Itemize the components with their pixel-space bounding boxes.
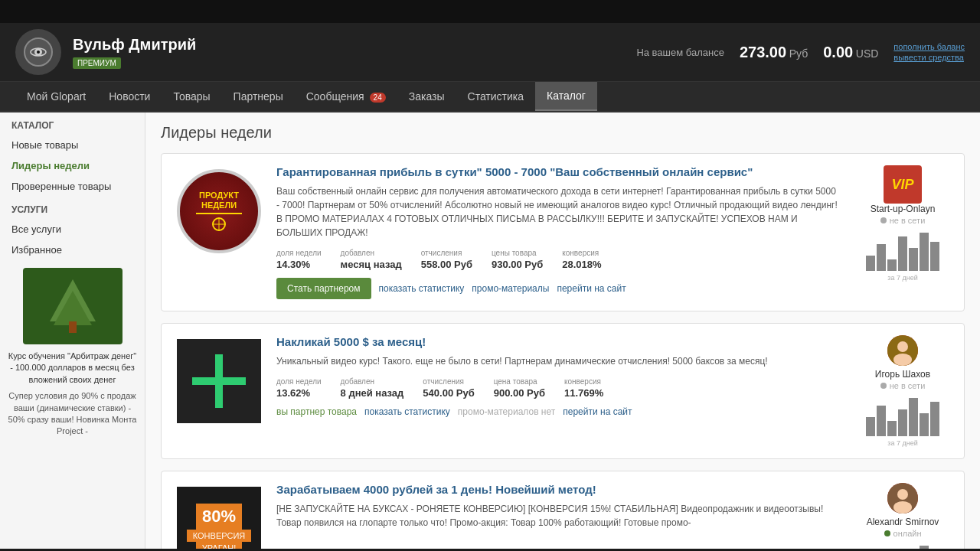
svg-rect-11 bbox=[192, 377, 246, 385]
seller-3-name[interactable]: Alexandr Smirnov bbox=[867, 517, 939, 527]
site-logo bbox=[15, 29, 61, 75]
balance-usd-block: 0.00 USD bbox=[823, 44, 878, 61]
chart-1-label: за 7 дней bbox=[887, 274, 917, 282]
promo-materials-link-2: промо-материалов нет bbox=[458, 406, 555, 417]
seller-3-status: онлайн bbox=[884, 529, 922, 538]
product-3-desc: [НЕ ЗАПУСКАЙТЕ НА БУКСАХ - РОНЯЕТЕ КОНВЕ… bbox=[276, 502, 841, 530]
withdraw-link[interactable]: вывести средства bbox=[893, 53, 965, 62]
product-1-actions: Стать партнером показать статистику пром… bbox=[276, 278, 841, 299]
svg-rect-6 bbox=[69, 321, 77, 333]
nav-item-catalog[interactable]: Каталог bbox=[535, 82, 597, 111]
vip-badge: VIP bbox=[884, 165, 922, 204]
seller-1-name[interactable]: Start-up-Onlayn bbox=[871, 204, 936, 214]
product-3-title[interactable]: Зарабатываем 4000 рублей за 1 день! Нове… bbox=[276, 483, 841, 496]
product-1-title[interactable]: Гарантированная прибыль в сутки" 5000 - … bbox=[276, 165, 841, 178]
main-nav: Мой Glopart Новости Товары Партнеры Сооб… bbox=[0, 82, 980, 112]
become-partner-btn-1[interactable]: Стать партнером bbox=[276, 278, 371, 299]
product-card-2: Накликай 5000 $ за месяц! Уникальный вид… bbox=[161, 323, 965, 459]
services-section-label: УСЛУГИ bbox=[0, 197, 145, 219]
product-1-seller: VIP Start-up-Onlayn не в сети за 7 дней bbox=[853, 165, 952, 299]
sidebar-item-new-products[interactable]: Новые товары bbox=[0, 135, 145, 155]
sidebar-ad-image bbox=[23, 268, 122, 344]
show-stats-link-2[interactable]: показать статистику bbox=[364, 406, 450, 417]
sidebar-item-week-leaders[interactable]: Лидеры недели bbox=[0, 155, 145, 176]
product-card-3: 80% КОНВЕРСИЯ УРАГАН! Зарабатываем 4000 … bbox=[161, 471, 965, 549]
seller-2-status: не в сети bbox=[880, 381, 926, 390]
premium-badge: ПРЕМИУМ bbox=[73, 57, 121, 69]
promo-materials-link-1[interactable]: промо-материалы bbox=[472, 283, 549, 294]
seller-1-status: не в сети bbox=[880, 216, 926, 225]
balance-links: пополнить баланс вывести средства bbox=[893, 42, 965, 62]
product-1-desc: Ваш собственный онлайн сервис для получе… bbox=[276, 184, 841, 240]
catalog-section-label: КАТАЛОГ bbox=[0, 112, 145, 135]
svg-point-14 bbox=[893, 354, 912, 366]
svg-point-17 bbox=[893, 501, 912, 514]
seller-2-avatar bbox=[887, 335, 918, 366]
sidebar-ad: Курс обучения "Арбитраж денег" - 100.000… bbox=[0, 260, 145, 445]
product-3-seller: Alexandr Smirnov онлайн за 7 дней bbox=[853, 483, 952, 549]
chart-2-label: за 7 дней bbox=[887, 439, 917, 447]
nav-item-messages[interactable]: Сообщения 24 bbox=[295, 83, 397, 110]
product-2-actions: вы партнер товара показать статистику пр… bbox=[276, 406, 841, 417]
partner-note-2: вы партнер товара bbox=[276, 406, 357, 417]
sidebar-item-all-services[interactable]: Все услуги bbox=[0, 219, 145, 240]
balance-usd-amount: 0.00 bbox=[823, 44, 853, 60]
goto-site-link-1[interactable]: перейти на сайт bbox=[557, 283, 626, 294]
product-2-chart bbox=[866, 398, 939, 436]
nav-item-news[interactable]: Новости bbox=[97, 83, 162, 110]
sidebar: КАТАЛОГ Новые товары Лидеры недели Прове… bbox=[0, 112, 145, 549]
svg-point-13 bbox=[897, 341, 908, 352]
product-3-body: Зарабатываем 4000 рублей за 1 день! Нове… bbox=[276, 483, 841, 549]
nav-item-products[interactable]: Товары bbox=[162, 83, 221, 110]
seller-2-name[interactable]: Игорь Шахов bbox=[875, 369, 930, 380]
product-2-title[interactable]: Накликай 5000 $ за месяц! bbox=[276, 335, 841, 348]
product-card-1: ПРОДУКТНЕДЕЛИ Гарантированная прибыль в … bbox=[161, 153, 965, 311]
product-1-chart bbox=[866, 233, 939, 271]
product-1-body: Гарантированная прибыль в сутки" 5000 - … bbox=[276, 165, 841, 299]
balance-rub-amount: 273.00 bbox=[740, 44, 786, 60]
balance-usd-currency: USD bbox=[856, 47, 879, 60]
nav-item-orders[interactable]: Заказы bbox=[397, 83, 456, 110]
messages-badge: 24 bbox=[370, 93, 386, 103]
product-2-image bbox=[173, 335, 265, 427]
product-2-desc: Уникальный видео курс! Такого. еще не бы… bbox=[276, 354, 841, 368]
user-info: Вульф Дмитрий ПРЕМИУМ bbox=[73, 36, 636, 69]
main-layout: КАТАЛОГ Новые товары Лидеры недели Прове… bbox=[0, 112, 980, 549]
top-bar bbox=[0, 0, 980, 23]
sidebar-ad-title: Курс обучения "Арбитраж денег" - 100.000… bbox=[8, 350, 137, 386]
goto-site-link-2[interactable]: перейти на сайт bbox=[563, 406, 632, 417]
show-stats-link-1[interactable]: показать статистику bbox=[379, 283, 465, 294]
status-dot-2 bbox=[880, 383, 887, 389]
product-2-body: Накликай 5000 $ за месяц! Уникальный вид… bbox=[276, 335, 841, 447]
svg-point-3 bbox=[37, 51, 40, 54]
product-3-chart bbox=[866, 546, 939, 549]
sidebar-item-verified[interactable]: Проверенные товары bbox=[0, 176, 145, 197]
add-funds-link[interactable]: пополнить баланс bbox=[893, 42, 965, 51]
nav-item-stats[interactable]: Статистика bbox=[456, 83, 536, 110]
sidebar-item-favorites[interactable]: Избранное bbox=[0, 240, 145, 260]
product-1-image: ПРОДУКТНЕДЕЛИ bbox=[173, 165, 265, 257]
balance-rub-block: 273.00 Руб bbox=[740, 44, 808, 61]
user-name: Вульф Дмитрий bbox=[73, 36, 636, 54]
status-dot-3 bbox=[884, 530, 890, 536]
product-2-stats: доля недели13.62% добавлен8 дней назад о… bbox=[276, 377, 841, 399]
product-1-stats: доля недели14.30% добавленмесяц назад от… bbox=[276, 249, 841, 270]
balance-section: На вашем балансе 273.00 Руб 0.00 USD поп… bbox=[636, 42, 965, 62]
nav-item-partners[interactable]: Партнеры bbox=[222, 83, 295, 110]
content-area: Лидеры недели ПРОДУКТНЕДЕЛИ Гарантирован… bbox=[145, 112, 980, 549]
status-dot-1 bbox=[880, 217, 887, 223]
header: Вульф Дмитрий ПРЕМИУМ На вашем балансе 2… bbox=[0, 23, 980, 82]
product-2-seller: Игорь Шахов не в сети за 7 дней bbox=[853, 335, 952, 447]
svg-point-16 bbox=[897, 489, 908, 500]
balance-label: На вашем балансе bbox=[636, 47, 724, 58]
seller-3-avatar bbox=[887, 483, 918, 514]
page-title: Лидеры недели bbox=[161, 124, 965, 142]
balance-rub-currency: Руб bbox=[789, 47, 808, 60]
product-3-image: 80% КОНВЕРСИЯ УРАГАН! bbox=[173, 483, 265, 549]
nav-item-myglopart[interactable]: Мой Glopart bbox=[15, 83, 97, 110]
sidebar-ad-subtitle: Супер условия до 90% с продаж ваши (дина… bbox=[8, 390, 137, 438]
